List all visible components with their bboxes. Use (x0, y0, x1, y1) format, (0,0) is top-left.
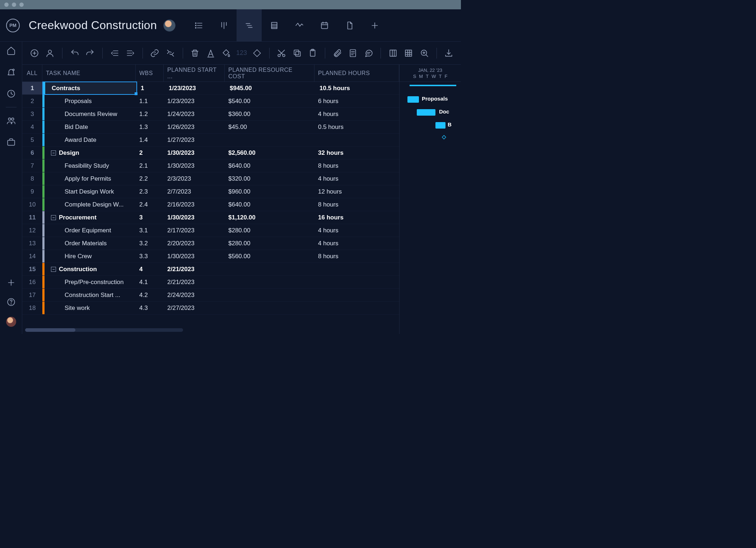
redo-button[interactable] (84, 47, 95, 59)
cell-hours[interactable]: 10.5 hours (316, 82, 399, 94)
column-planned-cost[interactable]: PLANNED RESOURCE COST (225, 65, 314, 82)
app-logo[interactable]: PM (4, 16, 22, 35)
gantt-milestone-icon[interactable]: ◇ (442, 134, 446, 140)
cell-hours[interactable]: 4 hours (314, 108, 399, 120)
portfolio-icon[interactable] (6, 138, 16, 147)
cell-start[interactable]: 2/16/2023 (164, 198, 225, 211)
cell-hours[interactable] (314, 302, 399, 314)
unlink-button[interactable] (165, 47, 176, 59)
cell-cost[interactable]: $640.00 (225, 198, 314, 211)
cell-start[interactable]: 1/30/2023 (164, 211, 225, 224)
cell-cost[interactable]: $960.00 (225, 185, 314, 198)
table-row[interactable]: 17Construction Start ...4.22/24/2023 (22, 289, 399, 302)
cell-start[interactable]: 2/27/2023 (164, 302, 225, 314)
cell-wbs[interactable]: 2.2 (136, 172, 164, 185)
task-name-cell[interactable]: Bid Date (42, 121, 136, 133)
notifications-icon[interactable] (6, 68, 16, 77)
cell-start[interactable]: 2/21/2023 (164, 276, 225, 288)
cell-start[interactable]: 1/23/2023 (165, 82, 226, 94)
cell-hours[interactable] (314, 276, 399, 288)
add-task-button[interactable] (29, 47, 40, 59)
cell-cost[interactable] (225, 263, 314, 275)
user-avatar[interactable] (6, 317, 16, 327)
home-icon[interactable] (6, 46, 16, 55)
indent-button[interactable] (125, 47, 136, 59)
table-row[interactable]: 12Order Equipment3.12/17/2023$280.004 ho… (22, 224, 399, 237)
row-number[interactable]: 13 (22, 237, 42, 250)
row-number[interactable]: 3 (22, 108, 42, 120)
table-row[interactable]: 13Order Materials3.22/20/2023$280.004 ho… (22, 237, 399, 250)
undo-button[interactable] (69, 47, 80, 59)
paste-button[interactable] (307, 47, 318, 59)
close-window-icon[interactable] (4, 3, 9, 7)
cell-start[interactable]: 1/27/2023 (164, 134, 225, 146)
task-name-cell[interactable]: Complete Design W... (42, 198, 136, 211)
row-number[interactable]: 10 (22, 198, 42, 211)
cell-wbs[interactable]: 1.2 (136, 108, 164, 120)
cell-start[interactable]: 1/30/2023 (164, 147, 225, 159)
cell-hours[interactable]: 8 hours (314, 159, 399, 172)
column-all[interactable]: ALL (22, 65, 42, 82)
table-row[interactable]: 18Site work4.32/27/2023 (22, 302, 399, 315)
column-planned-start[interactable]: PLANNED START ... (164, 65, 225, 82)
collapse-toggle[interactable]: − (51, 267, 56, 272)
table-row[interactable]: 16Prep/Pre-construction4.12/21/2023 (22, 276, 399, 289)
table-row[interactable]: 4Bid Date1.31/26/2023$45.000.5 hours (22, 121, 399, 134)
cell-hours[interactable] (314, 134, 399, 146)
text-style-button[interactable] (205, 47, 216, 59)
task-name-cell[interactable]: Prep/Pre-construction (42, 276, 136, 288)
row-number[interactable]: 1 (22, 82, 42, 94)
minimize-window-icon[interactable] (12, 3, 16, 7)
cell-cost[interactable]: $945.00 (226, 82, 316, 94)
task-name-cell[interactable]: Award Date (42, 134, 136, 146)
cell-start[interactable]: 1/24/2023 (164, 108, 225, 120)
cell-wbs[interactable]: 1.4 (136, 134, 164, 146)
cell-start[interactable]: 2/20/2023 (164, 237, 225, 250)
cell-hours[interactable]: 8 hours (314, 250, 399, 263)
cell-start[interactable]: 2/7/2023 (164, 185, 225, 198)
row-number[interactable]: 17 (22, 289, 42, 301)
cell-hours[interactable]: 8 hours (314, 198, 399, 211)
table-row[interactable]: 1Contracts11/23/2023$945.0010.5 hours (22, 82, 399, 95)
cell-wbs[interactable]: 2.3 (136, 185, 164, 198)
task-name-cell[interactable]: Documents Review (42, 108, 136, 120)
cell-hours[interactable]: 4 hours (314, 237, 399, 250)
gantt-body[interactable]: Proposals Doc B ◇ (400, 82, 461, 334)
comments-button[interactable] (363, 47, 374, 59)
row-number[interactable]: 18 (22, 302, 42, 314)
row-number[interactable]: 4 (22, 121, 42, 133)
cell-wbs[interactable]: 4.2 (136, 289, 164, 301)
sheet-view-tab[interactable] (262, 9, 287, 41)
delete-button[interactable] (190, 47, 201, 59)
cell-start[interactable]: 1/30/2023 (164, 250, 225, 263)
task-name-cell[interactable]: Construction Start ... (42, 289, 136, 301)
help-icon[interactable] (6, 297, 16, 307)
row-number[interactable]: 8 (22, 172, 42, 185)
cell-cost[interactable] (225, 276, 314, 288)
team-icon[interactable] (6, 116, 16, 125)
cell-cost[interactable]: $320.00 (225, 172, 314, 185)
collapse-toggle[interactable]: − (51, 150, 56, 155)
cell-wbs[interactable]: 1.1 (136, 95, 164, 107)
zoom-button[interactable] (419, 47, 430, 59)
cell-start[interactable]: 1/30/2023 (164, 159, 225, 172)
cell-start[interactable]: 2/24/2023 (164, 289, 225, 301)
task-name-cell[interactable]: Order Materials (42, 237, 136, 250)
table-row[interactable]: 9Start Design Work2.32/7/2023$960.0012 h… (22, 185, 399, 198)
cell-cost[interactable] (225, 289, 314, 301)
cell-start[interactable]: 2/17/2023 (164, 224, 225, 237)
gantt-summary-bar[interactable] (410, 85, 456, 86)
cell-start[interactable]: 2/21/2023 (164, 263, 225, 275)
row-number[interactable]: 2 (22, 95, 42, 107)
cell-wbs[interactable]: 3.2 (136, 237, 164, 250)
row-number[interactable]: 5 (22, 134, 42, 146)
cell-cost[interactable]: $360.00 (225, 108, 314, 120)
row-number[interactable]: 6 (22, 147, 42, 159)
task-name-cell[interactable]: Hire Crew (42, 250, 136, 263)
column-task-name[interactable]: TASK NAME (42, 65, 136, 82)
cell-wbs[interactable]: 4 (136, 263, 164, 275)
cell-wbs[interactable]: 3.1 (136, 224, 164, 237)
cell-cost[interactable]: $2,560.00 (225, 147, 314, 159)
notes-button[interactable] (347, 47, 358, 59)
task-name-cell[interactable]: Site work (42, 302, 136, 314)
